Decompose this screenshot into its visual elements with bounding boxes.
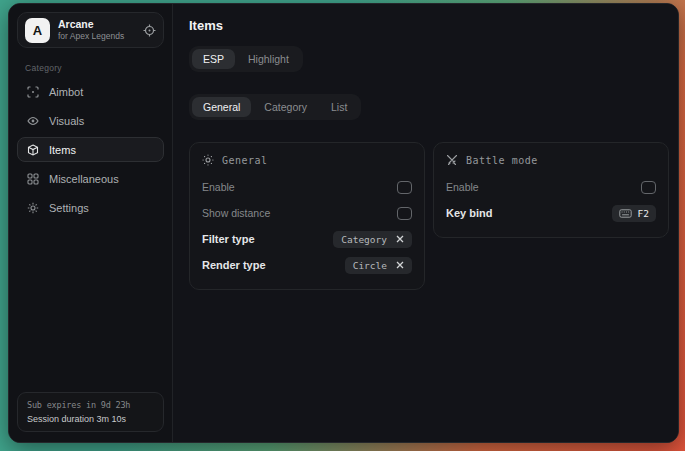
sidebar: A Arcane for Apex Legends Category [9, 4, 173, 442]
panel-general: General Enable Show distance Filter type… [189, 142, 425, 290]
tab-highlight[interactable]: Highlight [237, 49, 300, 69]
tab-esp[interactable]: ESP [192, 49, 235, 69]
setting-row-filter-type: Filter type Category [202, 226, 412, 252]
setting-row-show-distance: Show distance [202, 200, 412, 226]
eye-icon [27, 115, 39, 127]
panel-title: General [222, 155, 268, 166]
sidebar-nav: Aimbot Visuals Items [17, 79, 164, 220]
sidebar-item-label: Items [49, 144, 76, 156]
app-header-card: A Arcane for Apex Legends [17, 12, 164, 48]
app-subtitle: for Apex Legends [58, 31, 135, 42]
sidebar-item-label: Visuals [49, 115, 84, 127]
app-window: A Arcane for Apex Legends Category [8, 3, 679, 443]
sub-tabbar: General Category List [189, 94, 361, 120]
sidebar-item-aimbot[interactable]: Aimbot [17, 79, 164, 104]
render-type-select[interactable]: Circle [345, 257, 412, 274]
panels-row: General Enable Show distance Filter type… [189, 142, 669, 290]
keybind-button[interactable]: F2 [612, 205, 656, 222]
clear-icon[interactable] [396, 235, 404, 243]
setting-row-enable: Enable [446, 174, 656, 200]
session-duration-text: Session duration 3m 10s [27, 414, 154, 424]
app-title: Arcane [58, 18, 135, 31]
tab-list[interactable]: List [320, 97, 358, 117]
grid-icon [27, 173, 39, 185]
target-icon[interactable] [143, 24, 156, 37]
tab-category[interactable]: Category [253, 97, 318, 117]
sidebar-section-label: Category [25, 63, 164, 73]
gear-icon [27, 202, 39, 214]
sidebar-item-label: Settings [49, 202, 89, 214]
subscription-card: Sub expires in 9d 23h Session duration 3… [17, 392, 164, 432]
panel-battle-mode: Battle mode Enable Key bind [433, 142, 669, 238]
keyboard-icon [619, 209, 632, 218]
panel-title: Battle mode [466, 155, 538, 166]
show-distance-checkbox[interactable] [397, 207, 412, 220]
sidebar-item-label: Aimbot [49, 86, 83, 98]
tab-general[interactable]: General [192, 97, 251, 117]
swords-icon [446, 154, 458, 166]
filter-type-select[interactable]: Category [333, 231, 412, 248]
mode-tabbar: ESP Highlight [189, 46, 303, 72]
sidebar-item-items[interactable]: Items [17, 137, 164, 162]
setting-row-enable: Enable [202, 174, 412, 200]
sub-expires-text: Sub expires in 9d 23h [27, 400, 154, 410]
battle-enable-checkbox[interactable] [641, 181, 656, 194]
sidebar-item-settings[interactable]: Settings [17, 195, 164, 220]
enable-checkbox[interactable] [397, 181, 412, 194]
sidebar-item-miscellaneous[interactable]: Miscellaneous [17, 166, 164, 191]
main-content: Items ESP Highlight General Category Lis… [173, 4, 679, 442]
setting-row-render-type: Render type Circle [202, 252, 412, 278]
clear-icon[interactable] [396, 261, 404, 269]
page-title: Items [189, 18, 669, 33]
app-logo: A [25, 18, 50, 43]
setting-row-key-bind: Key bind F2 [446, 200, 656, 226]
box-icon [27, 144, 39, 156]
crosshair-icon [27, 86, 39, 98]
sidebar-item-visuals[interactable]: Visuals [17, 108, 164, 133]
sidebar-item-label: Miscellaneous [49, 173, 119, 185]
sun-icon [202, 154, 214, 166]
